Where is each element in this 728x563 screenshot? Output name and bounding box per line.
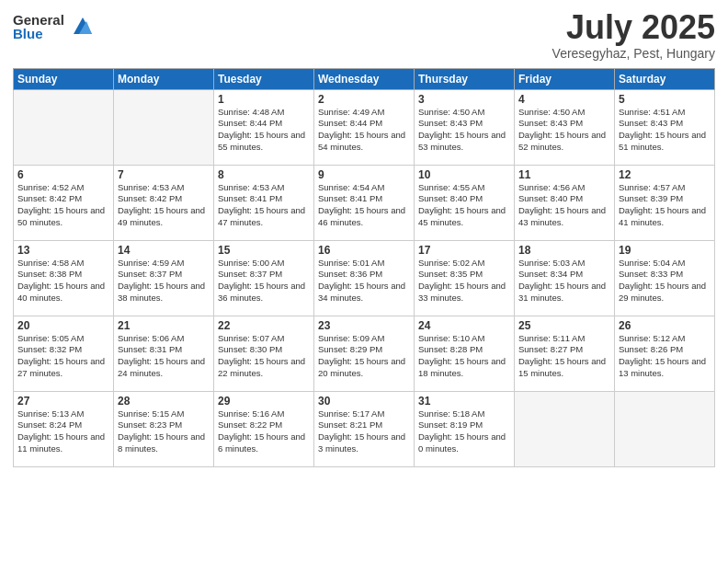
- calendar-week-row: 6Sunrise: 4:52 AM Sunset: 8:42 PM Daylig…: [14, 165, 715, 240]
- calendar-day-cell: 31Sunrise: 5:18 AM Sunset: 8:19 PM Dayli…: [415, 391, 515, 466]
- day-number: 6: [17, 168, 109, 181]
- day-info: Sunrise: 5:03 AM Sunset: 8:34 PM Dayligh…: [518, 258, 610, 304]
- month-title: July 2025: [552, 9, 715, 46]
- day-number: 13: [17, 244, 109, 257]
- day-info: Sunrise: 5:01 AM Sunset: 8:36 PM Dayligh…: [318, 258, 410, 304]
- calendar-day-cell: 28Sunrise: 5:15 AM Sunset: 8:23 PM Dayli…: [114, 391, 214, 466]
- calendar-day-cell: 22Sunrise: 5:07 AM Sunset: 8:30 PM Dayli…: [214, 316, 314, 391]
- day-number: 26: [619, 319, 711, 332]
- day-info: Sunrise: 4:50 AM Sunset: 8:43 PM Dayligh…: [418, 107, 510, 154]
- calendar-day-cell: 4Sunrise: 4:50 AM Sunset: 8:43 PM Daylig…: [515, 89, 615, 165]
- day-info: Sunrise: 4:51 AM Sunset: 8:43 PM Dayligh…: [619, 107, 711, 154]
- logo-icon: [66, 14, 92, 40]
- calendar-day-cell: 15Sunrise: 5:00 AM Sunset: 8:37 PM Dayli…: [214, 240, 314, 316]
- calendar-day-cell: 19Sunrise: 5:04 AM Sunset: 8:33 PM Dayli…: [615, 240, 715, 316]
- calendar-header-thursday: Thursday: [415, 68, 515, 89]
- day-info: Sunrise: 5:06 AM Sunset: 8:31 PM Dayligh…: [118, 333, 210, 380]
- day-number: 9: [318, 168, 410, 181]
- day-number: 21: [118, 319, 210, 332]
- day-info: Sunrise: 4:53 AM Sunset: 8:42 PM Dayligh…: [118, 182, 210, 229]
- day-info: Sunrise: 5:02 AM Sunset: 8:35 PM Dayligh…: [418, 258, 510, 304]
- calendar-week-row: 27Sunrise: 5:13 AM Sunset: 8:24 PM Dayli…: [14, 391, 715, 466]
- logo-general-text: General: [13, 13, 64, 27]
- calendar-day-cell: 3Sunrise: 4:50 AM Sunset: 8:43 PM Daylig…: [415, 89, 515, 165]
- location-title: Veresegyhaz, Pest, Hungary: [552, 46, 715, 61]
- calendar-week-row: 1Sunrise: 4:48 AM Sunset: 8:44 PM Daylig…: [14, 89, 715, 165]
- day-info: Sunrise: 4:59 AM Sunset: 8:37 PM Dayligh…: [118, 258, 210, 304]
- logo: General Blue: [13, 13, 92, 40]
- day-info: Sunrise: 4:55 AM Sunset: 8:40 PM Dayligh…: [418, 182, 510, 229]
- logo-blue-text: Blue: [13, 27, 64, 40]
- calendar-day-cell: 18Sunrise: 5:03 AM Sunset: 8:34 PM Dayli…: [515, 240, 615, 316]
- day-number: 1: [218, 93, 310, 106]
- calendar-week-row: 13Sunrise: 4:58 AM Sunset: 8:38 PM Dayli…: [14, 240, 715, 316]
- day-info: Sunrise: 4:53 AM Sunset: 8:41 PM Dayligh…: [218, 182, 310, 229]
- day-info: Sunrise: 4:50 AM Sunset: 8:43 PM Dayligh…: [518, 107, 610, 154]
- day-number: 29: [218, 395, 310, 408]
- calendar-header-sunday: Sunday: [14, 68, 114, 89]
- calendar-day-cell: 9Sunrise: 4:54 AM Sunset: 8:41 PM Daylig…: [314, 165, 415, 240]
- calendar-day-cell: 16Sunrise: 5:01 AM Sunset: 8:36 PM Dayli…: [314, 240, 415, 316]
- calendar-day-cell: 11Sunrise: 4:56 AM Sunset: 8:40 PM Dayli…: [515, 165, 615, 240]
- day-info: Sunrise: 5:17 AM Sunset: 8:21 PM Dayligh…: [318, 408, 410, 455]
- day-number: 20: [17, 319, 109, 332]
- calendar-day-cell: 1Sunrise: 4:48 AM Sunset: 8:44 PM Daylig…: [214, 89, 314, 165]
- day-info: Sunrise: 5:12 AM Sunset: 8:26 PM Dayligh…: [619, 333, 711, 380]
- calendar-day-cell: 10Sunrise: 4:55 AM Sunset: 8:40 PM Dayli…: [415, 165, 515, 240]
- calendar-day-cell: [114, 89, 214, 165]
- calendar-day-cell: 21Sunrise: 5:06 AM Sunset: 8:31 PM Dayli…: [114, 316, 214, 391]
- day-info: Sunrise: 4:56 AM Sunset: 8:40 PM Dayligh…: [518, 182, 610, 229]
- day-number: 27: [17, 395, 109, 408]
- day-number: 2: [318, 93, 410, 106]
- day-number: 16: [318, 244, 410, 257]
- header: General Blue July 2025 Veresegyhaz, Pest…: [13, 9, 715, 61]
- calendar-header-friday: Friday: [515, 68, 615, 89]
- day-number: 10: [418, 168, 510, 181]
- calendar-day-cell: 24Sunrise: 5:10 AM Sunset: 8:28 PM Dayli…: [415, 316, 515, 391]
- day-number: 31: [418, 395, 510, 408]
- day-number: 8: [218, 168, 310, 181]
- calendar-header-monday: Monday: [114, 68, 214, 89]
- day-number: 5: [619, 93, 711, 106]
- calendar-day-cell: 7Sunrise: 4:53 AM Sunset: 8:42 PM Daylig…: [114, 165, 214, 240]
- calendar-day-cell: 5Sunrise: 4:51 AM Sunset: 8:43 PM Daylig…: [615, 89, 715, 165]
- calendar-header-tuesday: Tuesday: [214, 68, 314, 89]
- calendar-day-cell: 26Sunrise: 5:12 AM Sunset: 8:26 PM Dayli…: [615, 316, 715, 391]
- calendar-day-cell: 17Sunrise: 5:02 AM Sunset: 8:35 PM Dayli…: [415, 240, 515, 316]
- day-number: 30: [318, 395, 410, 408]
- calendar-header-wednesday: Wednesday: [314, 68, 415, 89]
- calendar-header-row: SundayMondayTuesdayWednesdayThursdayFrid…: [14, 68, 715, 89]
- calendar-day-cell: 6Sunrise: 4:52 AM Sunset: 8:42 PM Daylig…: [14, 165, 114, 240]
- day-number: 7: [118, 168, 210, 181]
- calendar-table: SundayMondayTuesdayWednesdayThursdayFrid…: [13, 68, 715, 467]
- day-info: Sunrise: 5:04 AM Sunset: 8:33 PM Dayligh…: [619, 258, 711, 304]
- calendar-day-cell: 20Sunrise: 5:05 AM Sunset: 8:32 PM Dayli…: [14, 316, 114, 391]
- day-info: Sunrise: 5:18 AM Sunset: 8:19 PM Dayligh…: [418, 408, 510, 455]
- day-info: Sunrise: 5:13 AM Sunset: 8:24 PM Dayligh…: [17, 408, 109, 455]
- day-number: 28: [118, 395, 210, 408]
- day-info: Sunrise: 5:15 AM Sunset: 8:23 PM Dayligh…: [118, 408, 210, 455]
- calendar-day-cell: 8Sunrise: 4:53 AM Sunset: 8:41 PM Daylig…: [214, 165, 314, 240]
- day-number: 18: [518, 244, 610, 257]
- calendar-day-cell: 13Sunrise: 4:58 AM Sunset: 8:38 PM Dayli…: [14, 240, 114, 316]
- calendar-day-cell: 14Sunrise: 4:59 AM Sunset: 8:37 PM Dayli…: [114, 240, 214, 316]
- day-info: Sunrise: 4:57 AM Sunset: 8:39 PM Dayligh…: [619, 182, 711, 229]
- day-number: 17: [418, 244, 510, 257]
- calendar-day-cell: 23Sunrise: 5:09 AM Sunset: 8:29 PM Dayli…: [314, 316, 415, 391]
- day-info: Sunrise: 4:48 AM Sunset: 8:44 PM Dayligh…: [218, 107, 310, 154]
- day-info: Sunrise: 5:11 AM Sunset: 8:27 PM Dayligh…: [518, 333, 610, 380]
- day-info: Sunrise: 4:49 AM Sunset: 8:44 PM Dayligh…: [318, 107, 410, 154]
- day-info: Sunrise: 5:07 AM Sunset: 8:30 PM Dayligh…: [218, 333, 310, 380]
- calendar-header-saturday: Saturday: [615, 68, 715, 89]
- day-info: Sunrise: 4:58 AM Sunset: 8:38 PM Dayligh…: [17, 258, 109, 304]
- day-number: 23: [318, 319, 410, 332]
- day-info: Sunrise: 5:00 AM Sunset: 8:37 PM Dayligh…: [218, 258, 310, 304]
- day-info: Sunrise: 5:16 AM Sunset: 8:22 PM Dayligh…: [218, 408, 310, 455]
- calendar-day-cell: 25Sunrise: 5:11 AM Sunset: 8:27 PM Dayli…: [515, 316, 615, 391]
- day-info: Sunrise: 5:09 AM Sunset: 8:29 PM Dayligh…: [318, 333, 410, 380]
- day-info: Sunrise: 5:10 AM Sunset: 8:28 PM Dayligh…: [418, 333, 510, 380]
- calendar-day-cell: [14, 89, 114, 165]
- calendar-day-cell: [515, 391, 615, 466]
- day-number: 25: [518, 319, 610, 332]
- day-info: Sunrise: 4:54 AM Sunset: 8:41 PM Dayligh…: [318, 182, 410, 229]
